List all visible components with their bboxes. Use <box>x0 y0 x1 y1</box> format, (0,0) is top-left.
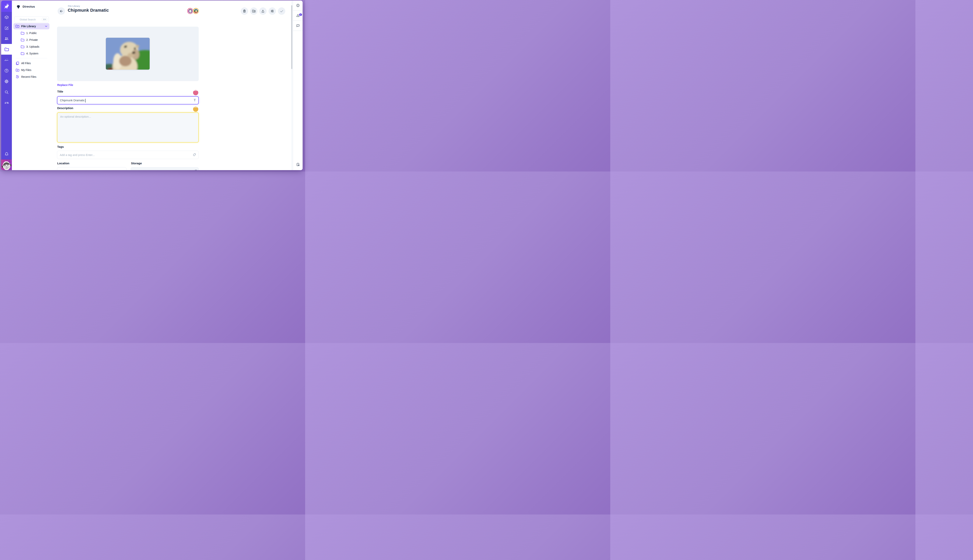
sidebar-info-button[interactable] <box>293 1 303 11</box>
folder-item-public[interactable]: 1. Public <box>13 30 49 37</box>
save-button[interactable] <box>278 7 285 15</box>
help-question-icon <box>4 68 9 73</box>
notifications-badge: 1 <box>299 13 302 16</box>
module-help[interactable] <box>1 65 12 76</box>
title-editing-avatar[interactable] <box>193 90 198 95</box>
folder-item-label: 2. Private <box>26 38 38 42</box>
notifications-button[interactable] <box>1 149 12 160</box>
folder-icon <box>20 52 25 56</box>
back-button[interactable] <box>58 7 65 15</box>
move-to-folder-icon <box>252 9 256 13</box>
module-editor[interactable] <box>1 23 12 33</box>
module-users[interactable] <box>1 33 12 44</box>
replace-file-link[interactable]: Replace File <box>57 83 73 87</box>
folder-star-icon <box>15 24 20 28</box>
nav-divider <box>15 58 47 58</box>
presence-people-icon <box>4 100 9 105</box>
chevron-down-icon[interactable] <box>44 25 48 28</box>
folder-item-label: 1. Public <box>26 32 37 35</box>
sidebar-item-all-files[interactable]: All Files <box>13 60 49 67</box>
folder-item-label: 3. Uploads <box>26 45 39 48</box>
save-check-icon <box>280 9 284 13</box>
sidebar-spacer <box>293 31 303 159</box>
tags-field <box>57 151 199 159</box>
module-presence[interactable] <box>1 97 12 108</box>
user-menu-avatar[interactable] <box>1 160 12 170</box>
title-field: T <box>57 96 199 104</box>
project-name: Directus <box>23 5 35 8</box>
directus-logo-tile[interactable] <box>1 1 12 12</box>
folder-item-uploads[interactable]: 3. Uploads <box>13 43 49 50</box>
adjustments-button[interactable] <box>269 7 276 15</box>
content-box-icon <box>4 15 9 20</box>
text-caret <box>85 99 85 102</box>
tags-field-label: Tags <box>57 145 64 148</box>
avatar <box>194 8 199 13</box>
directus-rabbit-icon <box>4 3 10 9</box>
move-to-folder-button[interactable] <box>250 7 257 15</box>
description-editing-avatar[interactable] <box>193 107 198 112</box>
main-content: File Library Chipmunk Dramatic <box>51 1 291 170</box>
description-textarea[interactable] <box>57 113 198 142</box>
folder-icon <box>20 31 25 35</box>
delete-trash-icon <box>242 9 246 13</box>
activity-clipboard-clock-icon <box>296 162 300 167</box>
arrow-left-icon <box>59 9 64 13</box>
module-settings[interactable] <box>1 76 12 87</box>
module-file-library[interactable] <box>1 44 12 55</box>
title-field-label: Title <box>57 90 63 93</box>
storage-field-label: Storage <box>131 162 142 165</box>
avatar <box>188 8 193 13</box>
download-button[interactable] <box>259 7 267 15</box>
global-search-input[interactable]: Global Search ⌘K <box>14 16 49 23</box>
chipmunk-preview-image[interactable] <box>106 38 150 70</box>
scrollbar-track[interactable] <box>291 1 293 170</box>
sidebar-item-label: All Files <box>21 62 31 65</box>
project-header[interactable]: Directus <box>12 4 51 9</box>
module-search[interactable] <box>1 87 12 97</box>
title-format-icon: T <box>194 98 196 102</box>
sidebar-item-label: My Files <box>21 68 31 72</box>
settings-gear-icon <box>4 79 9 84</box>
presence-avatar-chipmunk[interactable] <box>193 8 199 14</box>
copy-files-icon <box>15 61 20 65</box>
download-icon <box>261 9 265 13</box>
file-library-folder-icon <box>4 47 9 52</box>
presence-avatar-man[interactable] <box>187 8 193 14</box>
sidebar-item-file-library[interactable]: File Library <box>13 23 49 29</box>
sidebar-item-recent-files[interactable]: Recent Files <box>13 73 49 80</box>
right-sidebar: 1 <box>293 1 303 170</box>
search-shortcut-badge: ⌘K <box>42 18 47 21</box>
folder-icon <box>20 38 25 42</box>
users-icon <box>4 36 9 41</box>
insights-sparkline-icon <box>4 58 9 62</box>
location-input[interactable] <box>57 167 127 170</box>
global-search-placeholder: Global Search <box>20 18 42 21</box>
tags-input[interactable] <box>60 153 192 157</box>
storage-input <box>131 167 199 170</box>
folder-user-icon <box>15 68 20 72</box>
folder-item-system[interactable]: 4. System <box>13 50 49 57</box>
module-content[interactable] <box>1 12 12 23</box>
sidebar-revisions-button[interactable]: 1 <box>293 11 303 21</box>
scrollbar-thumb[interactable] <box>291 5 292 69</box>
app-window: Directus Global Search ⌘K File Library <box>1 1 303 170</box>
title-input[interactable] <box>60 99 194 102</box>
location-field-label: Location <box>57 162 69 165</box>
sidebar-item-label: Recent Files <box>21 75 37 78</box>
editor-pencil-icon <box>4 26 9 30</box>
module-insights[interactable] <box>1 55 12 65</box>
info-icon <box>296 3 300 7</box>
delete-button[interactable] <box>241 7 248 15</box>
sidebar-activity-button[interactable] <box>293 159 303 170</box>
folder-item-label: 4. System <box>26 52 38 55</box>
sidebar-item-my-files[interactable]: My Files <box>13 67 49 73</box>
rail-spacer <box>1 108 12 149</box>
navigation-panel: Directus Global Search ⌘K File Library <box>12 1 51 170</box>
folder-item-private[interactable]: 2. Private <box>13 37 49 43</box>
breadcrumb[interactable]: File Library <box>68 5 80 7</box>
search-icon <box>4 90 9 95</box>
sidebar-item-label: File Library <box>21 25 36 28</box>
sidebar-comments-button[interactable] <box>293 21 303 31</box>
comments-bubble-icon <box>296 24 300 28</box>
